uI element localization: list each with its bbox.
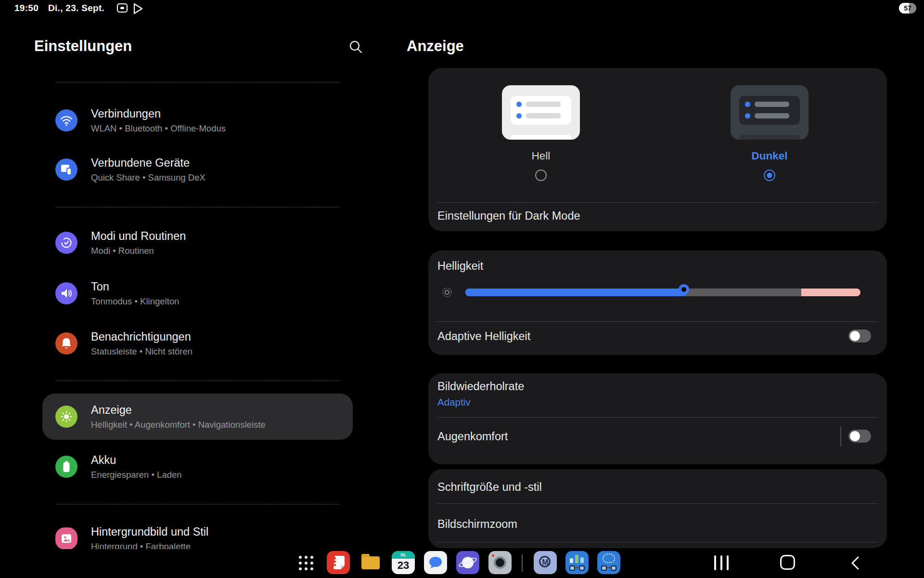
battery-icon: [55, 456, 77, 478]
bell-icon: [55, 332, 77, 355]
item-title: Ton: [91, 280, 179, 293]
screen-capture-icon: [117, 3, 128, 13]
dark-mode-label: Dunkel: [751, 150, 787, 162]
devices-icon: [55, 158, 77, 181]
settings-sidebar: Einstellungen Verbindungen WLAN • Blueto…: [0, 17, 385, 549]
search-icon[interactable]: [348, 39, 363, 54]
app-drawer-button[interactable]: [299, 556, 313, 570]
light-mode-label: Hell: [532, 150, 551, 162]
clock: 19:50: [14, 3, 38, 13]
home-button[interactable]: [780, 555, 795, 570]
dark-mode-preview: [731, 85, 808, 140]
divider: [436, 503, 878, 504]
wifi-icon: [55, 109, 77, 131]
item-title: Verbundene Geräte: [91, 157, 205, 170]
sidebar-item-hintergrundbild[interactable]: Hintergrundbild und Stil Hintergrund • F…: [42, 515, 353, 549]
dark-mode-option[interactable]: Dunkel: [712, 85, 827, 181]
notes-app-icon[interactable]: [327, 551, 350, 574]
taskbar: DI. 23 M: [0, 549, 924, 578]
modes-icon: [55, 232, 77, 254]
eye-comfort-toggle[interactable]: [848, 430, 871, 443]
back-button[interactable]: [848, 555, 862, 571]
divider: [436, 202, 878, 203]
font-size-row[interactable]: Schriftgröße und -stil: [437, 481, 542, 494]
status-bar: 19:50 Di., 23. Sept. 57: [0, 0, 924, 17]
item-subtitle: Hintergrund • Farbpalette: [91, 542, 208, 549]
divider: [436, 417, 878, 418]
date: Di., 23. Sept.: [48, 3, 104, 13]
calendar-app-icon[interactable]: DI. 23: [392, 551, 415, 574]
divider: [56, 380, 340, 381]
brightness-sun-icon: [441, 287, 453, 298]
battery-percent: 57: [899, 3, 916, 13]
light-mode-radio[interactable]: [535, 170, 547, 181]
refresh-rate-row[interactable]: Bildwiederholrate: [437, 380, 524, 393]
refresh-rate-card: Bildwiederholrate Adaptiv Augenkomfort: [428, 373, 887, 464]
divider: [56, 207, 340, 208]
display-icon: [55, 406, 77, 428]
divider: [56, 82, 340, 83]
brightness-card: Helligkeit Adaptive Helligkeit: [428, 250, 887, 355]
item-subtitle: Quick Share • Samsung DeX: [91, 173, 205, 183]
divider: [436, 321, 878, 322]
slider-filled-segment: [465, 289, 687, 296]
item-subtitle: Statusleiste • Nicht stören: [91, 347, 192, 356]
monogram-app-icon[interactable]: M: [534, 551, 557, 574]
row-separator: [840, 426, 841, 447]
sidebar-item-verbundene-geraete[interactable]: Verbundene Geräte Quick Share • Samsung …: [42, 146, 353, 193]
sidebar-item-anzeige[interactable]: Anzeige Helligkeit • Augenkomfort • Navi…: [42, 394, 353, 440]
item-subtitle: WLAN • Bluetooth • Offline-Modus: [91, 124, 226, 133]
slider-thumb[interactable]: [679, 284, 689, 295]
item-subtitle: Modi • Routinen: [91, 246, 186, 256]
divider: [436, 542, 878, 542]
screen-mode-card: Hell Dunkel Einstellungen für Dark Mode: [428, 68, 887, 231]
sidebar-item-verbindungen[interactable]: Verbindungen WLAN • Bluetooth • Offline-…: [42, 97, 353, 144]
messages-app-icon[interactable]: [424, 551, 447, 574]
my-files-app-icon[interactable]: [359, 551, 382, 574]
item-subtitle: Energiesparen • Laden: [91, 470, 182, 480]
item-title: Anzeige: [91, 404, 266, 417]
item-subtitle: Tonmodus • Klingelton: [91, 297, 179, 306]
item-title: Modi und Routinen: [91, 230, 186, 243]
benchmark-app-icon[interactable]: [565, 551, 589, 574]
item-title: Hintergrundbild und Stil: [91, 525, 208, 539]
sidebar-item-benachrichtigungen[interactable]: Benachrichtigungen Statusleiste • Nicht …: [42, 320, 353, 367]
sidebar-item-akku[interactable]: Akku Energiesparen • Laden: [42, 444, 353, 490]
calendar-day: DI.: [392, 551, 415, 559]
item-title: Verbindungen: [91, 107, 226, 120]
item-title: Akku: [91, 454, 182, 467]
adaptive-brightness-toggle[interactable]: [848, 329, 871, 342]
refresh-rate-value: Adaptiv: [437, 396, 470, 408]
play-store-icon: [133, 3, 143, 14]
item-title: Benachrichtigungen: [91, 330, 192, 343]
benchmark-ai-app-icon[interactable]: [597, 551, 620, 574]
battery-indicator: 57: [899, 3, 916, 13]
page-title: Einstellungen: [34, 38, 132, 55]
dark-mode-settings-row[interactable]: Einstellungen für Dark Mode: [437, 210, 580, 223]
sound-icon: [55, 282, 77, 304]
screen-zoom-row[interactable]: Bildschirmzoom: [437, 518, 517, 531]
sidebar-item-ton[interactable]: Ton Tonmodus • Klingelton: [42, 270, 353, 316]
brightness-slider[interactable]: [465, 289, 860, 296]
taskbar-separator: [522, 554, 523, 572]
light-mode-preview: [502, 85, 580, 140]
font-zoom-card: Schriftgröße und -stil Bildschirmzoom: [428, 469, 887, 548]
camera-app-icon[interactable]: [488, 551, 512, 574]
divider: [56, 504, 340, 505]
recents-button[interactable]: [714, 555, 729, 570]
dark-mode-radio[interactable]: [764, 170, 775, 181]
calendar-date: 23: [392, 559, 415, 572]
light-mode-option[interactable]: Hell: [483, 85, 599, 181]
sidebar-item-modi-routinen[interactable]: Modi und Routinen Modi • Routinen: [42, 220, 353, 266]
wallpaper-icon: [55, 527, 77, 549]
eye-comfort-label[interactable]: Augenkomfort: [437, 430, 508, 443]
section-title: Anzeige: [407, 38, 464, 55]
internet-app-icon[interactable]: [456, 551, 479, 574]
adaptive-brightness-label: Adaptive Helligkeit: [437, 330, 530, 343]
item-subtitle: Helligkeit • Augenkomfort • Navigationsl…: [91, 420, 266, 430]
brightness-title: Helligkeit: [437, 260, 483, 273]
